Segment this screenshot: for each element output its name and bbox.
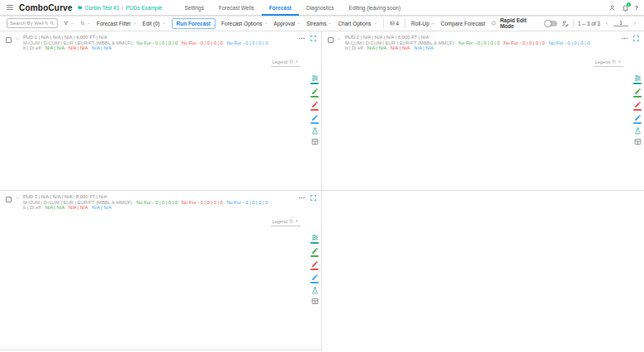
flask-icon[interactable] [311,287,319,294]
well-checkbox[interactable] [6,37,12,43]
chevron-down-icon[interactable] [15,196,20,201]
oil-params: N/A | N/A [45,45,65,50]
legend-toggle[interactable]: Legend [271,59,301,67]
chevron-down-icon[interactable] [337,36,342,41]
gas-edit-pencil-icon[interactable] [310,260,319,270]
forecast-editing-icon[interactable] [561,20,569,27]
legend-toggle[interactable]: Legend [594,59,623,67]
table-view-icon[interactable] [634,138,642,145]
gas-edit-pencil-icon[interactable] [633,101,642,111]
page-number-input[interactable] [613,20,628,26]
tab-forecast[interactable]: Forecast [262,0,299,16]
forecast-settings-button[interactable] [310,74,319,84]
water-edit-pencil-icon[interactable] [310,114,319,124]
flask-icon[interactable] [311,127,319,135]
more-options-icon[interactable] [621,35,628,42]
water-stats: No For - 0 | 0 | 0 | 0 [226,200,268,205]
gas-params: N/A | N/A [391,45,410,50]
help-icon[interactable]: ? [635,5,638,11]
params-label: b | Di eff: [23,45,42,50]
forecast-options-label: Forecast Options [221,21,263,26]
gas-edit-pencil-icon[interactable] [310,101,319,111]
charts-per-page-count: 4 [396,21,400,26]
panel-actions [298,194,317,202]
underline [310,109,319,111]
breadcrumb: Corbin Test #1 / PUDs Example [78,5,163,11]
forecast-settings-button[interactable] [310,234,319,244]
chart-tools-rail [633,74,642,145]
search-input[interactable] [10,21,48,26]
water-edit-pencil-icon[interactable] [310,274,319,283]
legend-label: Legend [595,59,610,64]
breadcrumb-separator: / [122,5,124,11]
duplicate-icon [612,59,616,64]
table-view-icon[interactable] [311,297,319,305]
forecast-options-button[interactable]: Forecast Options [221,21,268,26]
well-checkbox[interactable] [6,197,12,202]
streams-button[interactable]: Streams [306,21,332,26]
chevron-down-icon [264,21,268,26]
chevron-down-icon [431,21,435,26]
more-options-icon[interactable] [298,194,305,202]
expand-icon[interactable] [310,194,317,202]
water-edit-pencil-icon[interactable] [633,114,642,124]
breadcrumb-page[interactable]: PUDs Example [125,5,162,11]
compare-forecast-button[interactable]: Compare Forecast [441,21,485,26]
underline [633,83,642,84]
tab-settings[interactable]: Settings [177,0,211,16]
pagination-range: 1 – 3 of 3 [578,21,600,26]
underline [310,269,319,270]
approval-button[interactable]: Approval [274,21,301,26]
info-icon[interactable] [491,21,496,26]
edit-button[interactable]: Edit (0) [143,21,166,26]
underline [310,282,319,283]
flask-icon[interactable] [634,127,642,135]
chart-area: Legend [322,52,644,191]
more-options-icon[interactable] [298,35,305,42]
gas-stats: No For - 0 | 0 | 0 | 0 [504,40,545,45]
underline [310,122,319,124]
oil-stats: No For - 0 | 0 | 0 | 0 [136,200,178,205]
well-checkbox[interactable] [328,37,334,43]
gas-params: N/A | N/A [69,45,88,50]
rapid-edit-mode-label: Rapid Edit Mode [500,17,542,29]
charts-per-page-button[interactable]: 4 [390,21,400,26]
stats-label: M-CUM | D-CUM | EUR | EUR/FT (MBBL & MMC… [23,40,134,45]
chevron-down-icon[interactable] [15,36,20,41]
next-page-icon[interactable] [632,21,637,26]
params-label: b | Di eff: [23,205,42,210]
hamburger-menu-icon[interactable] [6,3,14,12]
panel-actions [621,35,640,42]
tab-diagnostics[interactable]: Diagnostics [299,0,342,16]
rollup-button[interactable]: Roll-Up [411,21,435,26]
notifications-bell-icon[interactable]: 1 [622,4,629,12]
breadcrumb-project[interactable]: Corbin Test #1 [85,5,120,11]
legend-toggle[interactable]: Legend [271,219,301,226]
duplicate-icon [289,59,293,64]
oil-edit-pencil-icon[interactable] [310,247,319,257]
chevron-down-icon [133,21,137,26]
oil-edit-pencil-icon[interactable] [633,88,642,98]
forecast-filter-button[interactable]: Forecast Filter [97,21,137,26]
oil-params: N/A | N/A [367,45,387,50]
forecast-settings-button[interactable] [633,74,642,84]
tab-editing[interactable]: Editing (leaving soon) [342,0,409,16]
search-icon[interactable] [50,21,54,26]
panel-actions [298,35,317,42]
oil-edit-pencil-icon[interactable] [310,88,319,98]
chart-area: Legend [0,52,321,191]
expand-icon[interactable] [310,35,317,42]
chart-tools-rail [310,74,319,145]
tab-forecast-wells[interactable]: Forecast Wells [211,0,262,16]
divider [383,19,384,28]
run-forecast-button[interactable]: Run Forecast [172,18,216,29]
rapid-edit-toggle[interactable] [545,21,557,26]
table-view-icon[interactable] [311,138,319,145]
expand-icon[interactable] [632,35,640,42]
sort-button[interactable] [80,21,91,26]
chart-options-button[interactable]: Chart Options [338,21,376,26]
previous-page-icon[interactable] [604,21,609,26]
forecast-toolbar: Forecast Filter Edit (0) Run Forecast Fo… [0,16,644,31]
filter-button[interactable] [64,21,74,26]
user-icon[interactable] [608,4,616,12]
